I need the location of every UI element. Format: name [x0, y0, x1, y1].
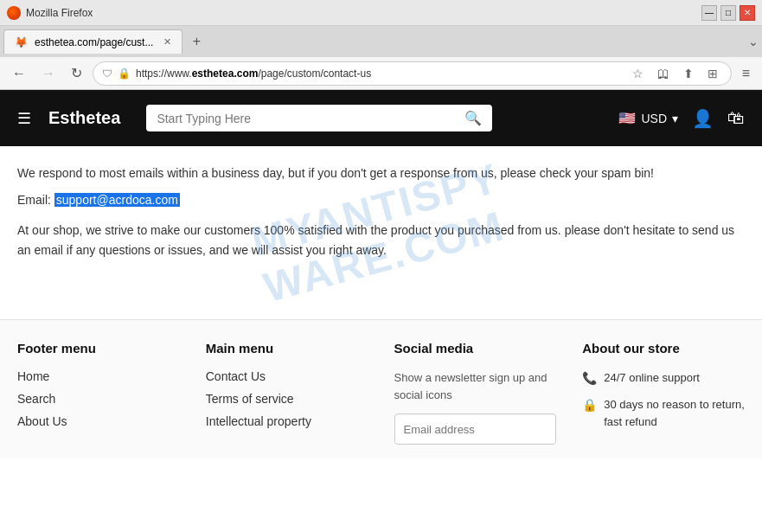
new-tab-button[interactable]: + [186, 31, 207, 52]
paragraph-1: We respond to most emails within a busin… [17, 163, 745, 183]
browser-menu-button[interactable]: ≡ [737, 64, 755, 83]
header-right: 🇺🇸 USD ▾ 👤 🛍 [618, 108, 745, 129]
search-bar: 🔍 [146, 105, 492, 131]
tab-close-button[interactable]: ✕ [163, 36, 171, 48]
footer-link-search[interactable]: Search [17, 392, 180, 406]
bookmark-icon[interactable]: ☆ [628, 65, 648, 82]
address-bar[interactable]: 🛡 🔒 https://www.esthetea.com/page/custom… [93, 61, 732, 86]
cart-icon[interactable]: 🛍 [727, 108, 745, 128]
sidebar-toggle-button[interactable]: ☰ [17, 109, 31, 128]
back-button[interactable]: ← [7, 64, 31, 83]
extensions-icon[interactable]: ⊞ [703, 65, 722, 82]
footer-link-contact-us[interactable]: Contact Us [206, 369, 368, 383]
flag-icon: 🇺🇸 [618, 110, 636, 126]
tab-label: esthetea.com/page/cust... [35, 36, 153, 48]
social-description: Show a newsletter sign up and social ico… [394, 369, 557, 403]
footer-link-intellectual[interactable]: Intellectual property [206, 414, 368, 428]
footer: Footer menu Home Search About Us Main me… [0, 320, 762, 458]
footer-link-about-us[interactable]: About Us [17, 414, 180, 428]
store-header: ☰ Esthetea 🔍 🇺🇸 USD ▾ 👤 🛍 [0, 90, 762, 146]
navigation-bar: ← → ↻ 🛡 🔒 https://www.esthetea.com/page/… [0, 57, 762, 90]
tab-favicon: 🦊 [15, 36, 28, 48]
footer-col-2: Main menu Contact Us Terms of service In… [206, 341, 368, 445]
footer-col-1-heading: Footer menu [17, 341, 180, 356]
search-button[interactable]: 🔍 [464, 110, 482, 126]
account-icon[interactable]: 👤 [692, 108, 714, 129]
footer-col-4: About our store 📞 24/7 online support 🔒 … [582, 341, 745, 445]
refresh-button[interactable]: ↻ [66, 63, 87, 83]
forward-button[interactable]: → [36, 64, 61, 83]
pocket-icon[interactable]: 🕮 [653, 65, 674, 82]
footer-col-3: Social media Show a newsletter sign up a… [394, 341, 557, 445]
email-signup-form: → [394, 413, 557, 445]
tab-scroll-button[interactable]: ⌄ [748, 35, 759, 48]
url-prefix: https://www. [136, 67, 192, 80]
browser-tab[interactable]: 🦊 esthetea.com/page/cust... ✕ [3, 29, 182, 54]
return-text: 30 days no reason to return, fast refund [604, 396, 745, 430]
firefox-icon [7, 6, 21, 20]
footer-columns: Footer menu Home Search About Us Main me… [17, 341, 745, 445]
newsletter-email-input[interactable] [395, 416, 557, 443]
footer-col-4-heading: About our store [582, 341, 745, 356]
url-domain: esthetea.com [192, 67, 259, 80]
email-address-link[interactable]: support@acrdoca.com [54, 193, 180, 207]
footer-col-1: Footer menu Home Search About Us [17, 341, 180, 445]
minimize-button[interactable]: — [701, 5, 717, 21]
lock-icon: 🔒 [118, 67, 131, 80]
store-logo[interactable]: Esthetea [48, 108, 120, 128]
email-label: Email: [17, 193, 51, 207]
footer-col-2-heading: Main menu [206, 341, 368, 356]
currency-dropdown-icon: ▾ [672, 112, 678, 125]
footer-link-home[interactable]: Home [17, 369, 180, 383]
window-controls: — □ ✕ [701, 5, 755, 21]
paragraph-2: At our shop, we strive to make our custo… [17, 221, 745, 260]
currency-selector[interactable]: 🇺🇸 USD ▾ [618, 110, 678, 126]
footer-col-3-heading: Social media [394, 341, 557, 356]
close-button[interactable]: ✕ [740, 5, 755, 21]
shield-icon: 🛡 [102, 67, 112, 80]
currency-label: USD [641, 112, 667, 125]
title-bar: Mozilla Firefox — □ ✕ [0, 0, 762, 26]
search-input[interactable] [157, 112, 458, 125]
phone-icon: 📞 [582, 369, 597, 388]
share-icon[interactable]: ⬆ [679, 65, 698, 82]
footer-link-terms[interactable]: Terms of service [206, 392, 368, 406]
email-line: Email: support@acrdoca.com [17, 193, 745, 207]
main-content: We respond to most emails within a busin… [0, 146, 762, 319]
tab-bar: 🦊 esthetea.com/page/cust... ✕ + ⌄ [0, 26, 762, 57]
restore-button[interactable]: □ [720, 5, 736, 21]
lock-return-icon: 🔒 [582, 396, 597, 414]
support-item: 📞 24/7 online support [582, 369, 745, 388]
return-item: 🔒 30 days no reason to return, fast refu… [582, 396, 745, 430]
window-title: Mozilla Firefox [26, 7, 93, 19]
support-text: 24/7 online support [604, 369, 700, 387]
url-suffix: /page/custom/contact-us [258, 67, 371, 80]
url-display[interactable]: https://www.esthetea.com/page/custom/con… [136, 67, 623, 80]
